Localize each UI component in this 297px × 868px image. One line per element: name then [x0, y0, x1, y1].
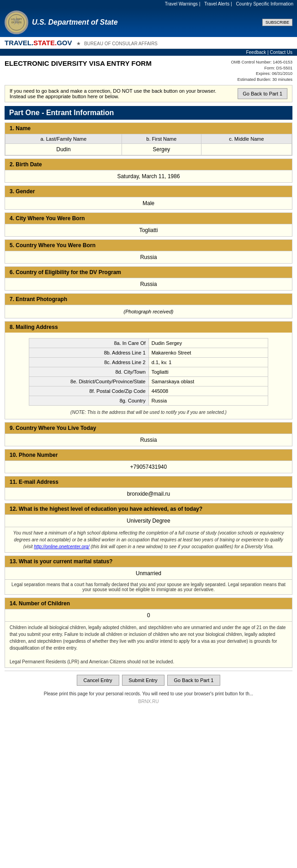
top-nav: Travel Warnings | Travel Alerts | Countr… — [0, 0, 297, 8]
address-row-incareof: 8a. In Care Of Dudin Sergey — [29, 339, 268, 348]
q12-label: 12. What is the highest level of educati… — [5, 503, 292, 514]
q4-value: Togliatti — [5, 224, 292, 236]
form-title: ELECTRONIC DIVERSITY VISA ENTRY FORM — [5, 59, 231, 67]
submit-entry-button[interactable]: Submit Entry — [122, 675, 164, 686]
addr-value-1: Makarenko Street — [148, 348, 268, 358]
q13-label: 13. What is your current marital status? — [5, 556, 292, 567]
q14-note-1: Children include all biological children… — [5, 621, 292, 667]
addr-label-2: 8c. Address Line 2 — [29, 358, 148, 367]
watermark: BRNX.RU — [5, 698, 292, 705]
addr-label-5: 8f. Postal Code/Zip Code — [29, 386, 148, 396]
address-row-city: 8d. City/Town Togliatti — [29, 367, 268, 377]
col-middle-name: c. Middle Name — [201, 134, 292, 144]
q8-address-block: 8. Mailing Address 8a. In Care Of Dudin … — [5, 321, 292, 419]
warning-box: If you need to go back and make a correc… — [5, 85, 292, 102]
address-note: (NOTE: This is the address that will be … — [8, 408, 289, 416]
q4-label: 4. City Where You Were Born — [5, 213, 292, 224]
dept-title: U.S. Department of State — [32, 18, 118, 26]
q9-label: 9. Country Where You Live Today — [5, 423, 292, 434]
subscribe-button[interactable]: SUBSCRIBE — [262, 19, 292, 26]
onet-link[interactable]: http://online.onetcenter.org/ — [34, 544, 89, 549]
q12-education-block: 12. What is the highest level of educati… — [5, 503, 292, 553]
addr-label-6: 8g. Country — [29, 396, 148, 406]
main-content: ELECTRONIC DIVERSITY VISA ENTRY FORM OMB… — [0, 56, 297, 709]
q6-country-eligibility-block: 6. Country of Eligibility for the DV Pro… — [5, 266, 292, 291]
cancel-entry-button[interactable]: Cancel Entry — [77, 675, 119, 686]
q10-phone-block: 10. Phone Number +79057431940 — [5, 449, 292, 473]
q1-name-block: 1. Name a. Last/Family Name b. First Nam… — [5, 122, 292, 156]
go-back-part1-top-button[interactable]: Go Back to Part 1 — [238, 88, 287, 99]
addr-value-5: 445008 — [148, 386, 268, 396]
addr-value-0: Dudin Sergey — [148, 339, 268, 348]
omb-info: OMB Control Number: 1405-0153 Form: DS-5… — [231, 59, 292, 82]
q14-label: 14. Number of Children — [5, 598, 292, 609]
q10-label: 10. Phone Number — [5, 450, 292, 460]
q7-photo-value: (Photograph received) — [5, 305, 292, 318]
addr-value-3: Togliatti — [148, 367, 268, 377]
name-table: a. Last/Family Name b. First Name c. Mid… — [5, 134, 292, 155]
q10-value: +79057431940 — [5, 460, 292, 473]
addr-value-4: Samarskaya oblast — [148, 377, 268, 386]
q11-value: bronxide@mail.ru — [5, 487, 292, 500]
warning-text: If you need to go back and make a correc… — [10, 88, 233, 99]
header: U.S. DEPT OF STATE U.S. Department of St… — [0, 8, 297, 37]
header-left: U.S. DEPT OF STATE U.S. Department of St… — [5, 11, 118, 34]
country-info-link[interactable]: Country Specific Information — [236, 1, 293, 6]
addr-label-3: 8d. City/Town — [29, 367, 148, 377]
address-row-district: 8e. District/County/Province/State Samar… — [29, 377, 268, 386]
travel-alerts-link[interactable]: Travel Alerts — [204, 1, 229, 6]
omb-section: ELECTRONIC DIVERSITY VISA ENTRY FORM OMB… — [5, 59, 292, 82]
q5-value: Russia — [5, 251, 292, 263]
address-row-postal: 8f. Postal Code/Zip Code 445008 — [29, 386, 268, 396]
q2-birthdate-block: 2. Birth Date Saturday, March 11, 1986 — [5, 159, 292, 183]
addr-value-6: Russia — [148, 396, 268, 406]
q3-value: Male — [5, 197, 292, 209]
q8-label: 8. Mailing Address — [5, 322, 292, 333]
q7-photo-block: 7. Entrant Photograph (Photograph receiv… — [5, 293, 292, 318]
go-back-part1-bottom-button[interactable]: Go Back to Part 1 — [167, 675, 221, 686]
q9-country-live-block: 9. Country Where You Live Today Russia — [5, 422, 292, 446]
address-table: 8a. In Care Of Dudin Sergey 8b. Address … — [29, 338, 268, 406]
subscribe-area: SUBSCRIBE — [262, 19, 292, 26]
q3-gender-block: 3. Gender Male — [5, 185, 292, 210]
addr-label-1: 8b. Address Line 1 — [29, 348, 148, 358]
address-row-country: 8g. Country Russia — [29, 396, 268, 406]
col-last-name: a. Last/Family Name — [5, 134, 122, 144]
q7-label: 7. Entrant Photograph — [5, 294, 292, 305]
addr-label-0: 8a. In Care Of — [29, 339, 148, 348]
q12-note: You must have a minimum of a high school… — [5, 527, 292, 552]
first-name-value: Sergey — [122, 144, 201, 155]
middle-name-value — [201, 144, 292, 155]
q2-value: Saturday, March 11, 1986 — [5, 170, 292, 182]
col-first-name: b. First Name — [122, 134, 201, 144]
q14-value: 0 — [5, 609, 292, 621]
q11-email-block: 11. E-mail Address bronxide@mail.ru — [5, 476, 292, 500]
q6-label: 6. Country of Eligibility for the DV Pro… — [5, 267, 292, 278]
q13-value: Unmarried — [5, 567, 292, 579]
contact-link[interactable]: Contact Us — [270, 50, 292, 55]
q9-value: Russia — [5, 434, 292, 446]
q13-marital-block: 13. What is your current marital status?… — [5, 556, 292, 595]
q5-country-born-block: 5. Country Where You Were Born Russia — [5, 239, 292, 264]
q1-label: 1. Name — [5, 123, 292, 134]
last-name-value: Dudin — [5, 144, 122, 155]
travel-warnings-link[interactable]: Travel Warnings — [165, 1, 198, 6]
q12-value: University Degree — [5, 514, 292, 527]
travel-bar: TRAVEL.STATE.GOV ★ BUREAU OF CONSULAR AF… — [0, 37, 297, 49]
bureau-label: BUREAU OF CONSULAR AFFAIRS — [84, 41, 158, 46]
feedback-link[interactable]: Feedback — [246, 50, 266, 55]
q3-label: 3. Gender — [5, 186, 292, 197]
print-note: Please print this page for your personal… — [5, 689, 292, 698]
dept-name: U.S. Department of State — [32, 18, 118, 26]
address-row-line1: 8b. Address Line 1 Makarenko Street — [29, 348, 268, 358]
addr-label-4: 8e. District/County/Province/State — [29, 377, 148, 386]
address-row-line2: 8c. Address Line 2 d.1, kv. 1 — [29, 358, 268, 367]
q14-children-block: 14. Number of Children 0 Children includ… — [5, 598, 292, 668]
bottom-buttons: Cancel Entry Submit Entry Go Back to Par… — [5, 671, 292, 689]
q4-city-born-block: 4. City Where You Were Born Togliatti — [5, 212, 292, 237]
addr-value-2: d.1, kv. 1 — [148, 358, 268, 367]
q11-label: 11. E-mail Address — [5, 476, 292, 487]
section-header: Part One - Entrant Information — [5, 106, 292, 120]
travel-logo: TRAVEL.STATE.GOV ★ BUREAU OF CONSULAR AF… — [5, 39, 158, 47]
q13-note: Legal separation means that a court has … — [5, 579, 292, 594]
